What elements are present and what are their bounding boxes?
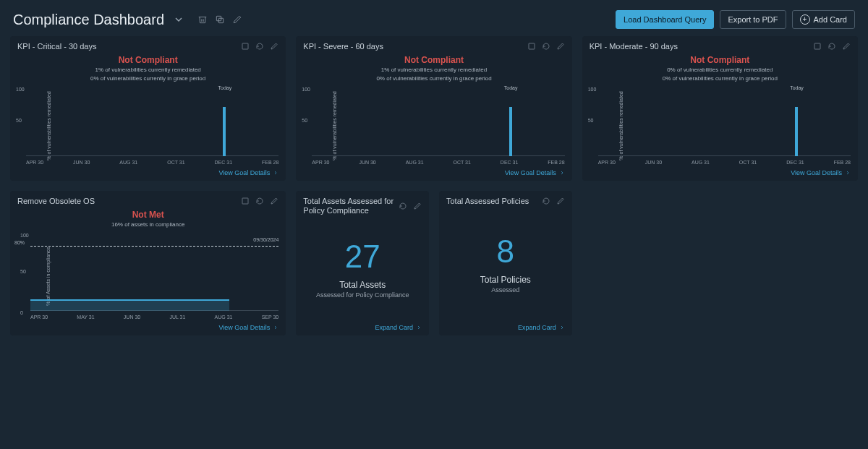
metric-label: Total Policies xyxy=(480,275,531,285)
view-goal-details-link[interactable]: View Goal Details xyxy=(10,166,286,181)
today-bar xyxy=(223,107,226,156)
edit-icon[interactable] xyxy=(842,42,851,51)
today-label: Today xyxy=(504,85,518,90)
footer-label: View Goal Details xyxy=(505,169,556,176)
today-label: Today xyxy=(218,85,231,90)
x-ticks: APR 30 JUN 30 AUG 31 OCT 31 DEC 31 FEB 2… xyxy=(598,160,851,165)
y-tick: 50 xyxy=(16,118,22,123)
card-total-assets: Total Assets Assessed for Policy Complia… xyxy=(296,191,429,335)
chevron-right-icon xyxy=(273,170,278,176)
trash-icon[interactable] xyxy=(197,14,208,25)
status-sub: 0% of vulnerabilities currently in grace… xyxy=(10,75,286,82)
footer-label: Expand Card xyxy=(518,324,556,331)
card-kpi-critical: KPI - Critical - 30 days Not Compliant 1… xyxy=(10,36,286,181)
edit-icon[interactable] xyxy=(556,42,565,51)
card-title: KPI - Critical - 30 days xyxy=(17,42,96,51)
today-bar xyxy=(795,107,798,156)
metric-sublabel: Assessed xyxy=(491,286,519,294)
kpi-chart: % of vulnerabilities remediated 100 50 T… xyxy=(312,87,564,165)
refresh-icon[interactable] xyxy=(827,42,836,51)
refresh-icon[interactable] xyxy=(255,197,264,205)
metric-value: 27 xyxy=(345,241,380,273)
kpi-chart: % of vulnerabilities remediated 100 50 T… xyxy=(26,87,278,165)
edit-icon[interactable] xyxy=(270,42,278,51)
maximize-icon[interactable] xyxy=(241,197,250,205)
view-goal-details-link[interactable]: View Goal Details xyxy=(296,166,571,181)
page-title: Compliance Dashboard xyxy=(13,12,164,28)
status-sub: 0% of vulnerabilities currently in grace… xyxy=(296,75,571,82)
maximize-icon[interactable] xyxy=(241,42,250,51)
chevron-right-icon xyxy=(559,325,565,330)
card-title: KPI - Severe - 60 days xyxy=(303,42,383,51)
refresh-icon[interactable] xyxy=(542,197,550,205)
chevron-down-icon[interactable] xyxy=(173,14,184,25)
status-sub: 1% of vulnerabilities currently remediat… xyxy=(296,67,571,74)
y-tick: 50 xyxy=(20,269,26,274)
goal-pct-label: 80% xyxy=(14,240,25,245)
card-remove-obsolete-os: Remove Obsolete OS Not Met 16% of assets… xyxy=(10,191,286,335)
card-kpi-severe: KPI - Severe - 60 days Not Compliant 1% … xyxy=(296,36,571,181)
y-axis-label: % of vulnerabilities remediated xyxy=(618,91,624,160)
footer-label: View Goal Details xyxy=(791,169,842,176)
kpi-chart: % of vulnerabilities remediated 100 50 T… xyxy=(598,87,851,165)
refresh-icon[interactable] xyxy=(399,202,407,210)
baseline xyxy=(598,155,851,156)
svg-rect-2 xyxy=(242,43,248,49)
y-tick: 100 xyxy=(16,87,25,92)
y-tick: 100 xyxy=(588,87,597,92)
chevron-right-icon xyxy=(559,170,565,176)
edit-icon[interactable] xyxy=(556,197,565,205)
add-card-label: Add Card xyxy=(814,15,847,24)
goal-line xyxy=(30,246,278,247)
y-tick: 100 xyxy=(20,233,29,238)
refresh-icon[interactable] xyxy=(542,42,550,51)
refresh-icon[interactable] xyxy=(255,42,264,51)
goal-date-label: 09/30/2024 xyxy=(253,237,278,242)
x-ticks: APR 30 JUN 30 AUG 31 OCT 31 DEC 31 FEB 2… xyxy=(26,160,278,165)
footer-label: View Goal Details xyxy=(218,324,270,331)
y-axis-label: % of vulnerabilities remediated xyxy=(332,91,337,160)
load-dashboard-query-button[interactable]: Load Dashboard Query xyxy=(616,10,714,29)
x-ticks: APR 30 MAY 31 JUN 30 JUL 31 AUG 31 SEP 3… xyxy=(30,315,278,320)
status-sub: 16% of assets in compliance xyxy=(10,221,286,228)
chevron-right-icon xyxy=(845,170,851,176)
status-badge: Not Compliant xyxy=(582,55,858,65)
status-sub: 0% of vulnerabilities currently in grace… xyxy=(582,75,858,82)
card-title: KPI - Moderate - 90 days xyxy=(590,42,678,51)
edit-icon[interactable] xyxy=(232,14,242,25)
edit-icon[interactable] xyxy=(413,202,422,210)
view-goal-details-link[interactable]: View Goal Details xyxy=(582,166,858,181)
plus-circle-icon: + xyxy=(800,14,810,25)
svg-rect-4 xyxy=(814,43,820,49)
card-title: Total Assessed Policies xyxy=(446,197,529,205)
card-title: Remove Obsolete OS xyxy=(17,197,95,205)
export-pdf-button[interactable]: Export to PDF xyxy=(720,10,786,29)
metric-value: 8 xyxy=(497,236,514,268)
card-title: Total Assets Assessed for Policy Complia… xyxy=(303,197,399,215)
card-kpi-moderate: KPI - Moderate - 90 days Not Compliant 0… xyxy=(582,36,858,181)
maximize-icon[interactable] xyxy=(527,42,536,51)
y-axis-label: % of Assets in compliance xyxy=(46,247,51,305)
y-tick: 0 xyxy=(20,310,23,315)
edit-icon[interactable] xyxy=(270,197,278,205)
expand-card-link[interactable]: Expand Card xyxy=(296,321,429,335)
today-label: Today xyxy=(790,85,804,90)
view-goal-details-link[interactable]: View Goal Details xyxy=(10,321,286,335)
status-sub: 1% of vulnerabilities currently remediat… xyxy=(10,67,286,74)
area-fill xyxy=(30,299,229,311)
y-tick: 50 xyxy=(588,118,594,123)
footer-label: Expand Card xyxy=(375,324,413,331)
status-sub: 0% of vulnerabilities currently remediat… xyxy=(582,67,858,74)
add-card-button[interactable]: + Add Card xyxy=(792,10,855,29)
x-ticks: APR 30 JUN 30 AUG 31 OCT 31 DEC 31 FEB 2… xyxy=(312,160,564,165)
expand-card-link[interactable]: Expand Card xyxy=(439,321,572,335)
obsolete-chart: % of Assets in compliance 100 50 0 09/30… xyxy=(30,233,278,320)
metric-sublabel: Assessed for Policy Compliance xyxy=(316,291,409,299)
copy-icon[interactable] xyxy=(215,14,225,25)
maximize-icon[interactable] xyxy=(813,42,822,51)
chevron-right-icon xyxy=(273,325,278,330)
metric-label: Total Assets xyxy=(339,280,386,290)
footer-label: View Goal Details xyxy=(218,169,270,176)
chevron-right-icon xyxy=(416,325,422,330)
status-badge: Not Met xyxy=(10,210,286,220)
